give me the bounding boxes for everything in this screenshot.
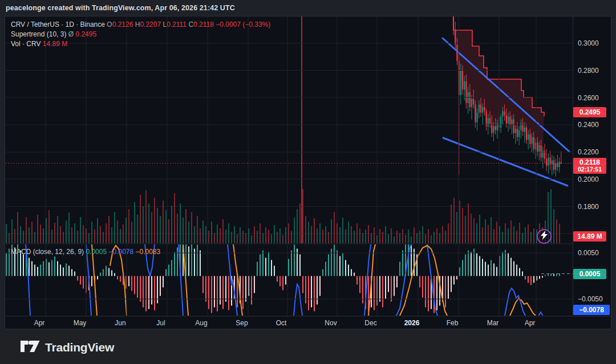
symbol-legend: CRV / TetherUS · 1D · Binance O0.2126 H0… <box>11 20 270 49</box>
tradingview-logo-text: TradingView <box>45 341 114 354</box>
volume-label: Vol · CRV <box>11 40 40 48</box>
instant-trading-button[interactable] <box>537 229 552 244</box>
open-value: 0.2126 <box>112 21 133 28</box>
attribution-text: peacelonge created with TradingView.com,… <box>6 4 235 12</box>
macd-signal-value: −0.0083 <box>136 248 161 256</box>
attribution-bar: peacelonge created with TradingView.com,… <box>0 0 616 16</box>
supertrend-value: 0.2495 <box>75 30 96 38</box>
close-value: 0.2118 <box>193 21 214 28</box>
supertrend-label: Supertrend (10, 3) <box>11 30 66 38</box>
macd-line-value: −0.0078 <box>108 248 133 256</box>
tradingview-logo[interactable]: TradingView <box>21 339 114 356</box>
symbol-title: CRV / TetherUS · 1D · Binance <box>11 21 105 28</box>
footer-bar: TradingView <box>0 330 616 364</box>
change-value: −0.0007 (−0.33%) <box>216 21 270 28</box>
symbol-legend-row-volume: Vol · CRV 14.89 M <box>11 39 270 49</box>
supertrend-symbol: Ø <box>68 30 74 38</box>
bar-countdown: 02:17:51 <box>578 166 602 173</box>
tradingview-logo-icon <box>21 339 40 356</box>
macd-line-badge: −0.0078 <box>573 305 610 315</box>
symbol-legend-row-supertrend: Supertrend (10, 3) Ø 0.2495 <box>11 30 270 39</box>
high-value: 0.2207 <box>140 21 161 28</box>
supertrend-price-badge: 0.2495 <box>573 107 606 117</box>
chart-canvas[interactable]: 0.30000.28000.26000.24000.22000.20000.18… <box>5 17 612 330</box>
last-price-badge: 0.2118 02:17:51 <box>573 158 606 174</box>
last-price-value: 0.2118 <box>579 159 600 166</box>
macd-legend: MACD (close, 12, 26, 9) 0.0005 −0.0078 −… <box>11 248 160 256</box>
symbol-legend-row-main: CRV / TetherUS · 1D · Binance O0.2126 H0… <box>11 20 270 30</box>
tradingview-published-chart: peacelonge created with TradingView.com,… <box>0 0 616 364</box>
time-axis[interactable] <box>5 316 573 330</box>
macd-label: MACD (close, 12, 26, 9) <box>11 248 84 256</box>
lightning-bolt-icon <box>540 231 548 242</box>
volume-badge: 14.89 M <box>573 231 606 242</box>
chart-widget[interactable]: 0.30000.28000.26000.24000.22000.20000.18… <box>5 16 611 329</box>
macd-hist-badge: 0.0005 <box>573 269 606 279</box>
macd-hist-value: 0.0005 <box>86 248 107 256</box>
volume-value: 14.89 M <box>43 40 67 48</box>
low-value: 0.2111 <box>167 21 187 28</box>
